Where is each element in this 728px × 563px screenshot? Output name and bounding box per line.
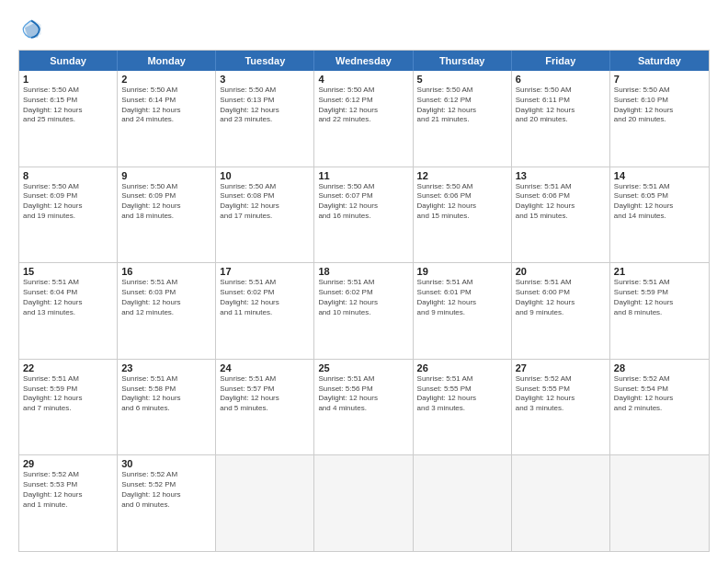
day-info: Sunrise: 5:51 AMSunset: 6:05 PMDaylight:… <box>614 182 705 222</box>
week-row-2: 8Sunrise: 5:50 AMSunset: 6:09 PMDaylight… <box>19 167 709 264</box>
empty-cell <box>610 455 709 551</box>
day-cell-27: 27Sunrise: 5:52 AMSunset: 5:55 PMDayligh… <box>512 360 610 455</box>
header-day-saturday: Saturday <box>610 51 709 71</box>
day-number: 7 <box>614 74 705 85</box>
day-cell-24: 24Sunrise: 5:51 AMSunset: 5:57 PMDayligh… <box>216 360 314 455</box>
day-number: 14 <box>614 170 705 181</box>
header-day-thursday: Thursday <box>414 51 512 71</box>
header-day-monday: Monday <box>118 51 216 71</box>
day-number: 3 <box>220 74 310 85</box>
day-cell-6: 6Sunrise: 5:50 AMSunset: 6:11 PMDaylight… <box>512 71 610 167</box>
day-info: Sunrise: 5:50 AMSunset: 6:15 PMDaylight:… <box>23 86 113 125</box>
day-cell-17: 17Sunrise: 5:51 AMSunset: 6:02 PMDayligh… <box>216 263 314 359</box>
day-number: 5 <box>417 74 507 85</box>
day-cell-4: 4Sunrise: 5:50 AMSunset: 6:12 PMDaylight… <box>314 71 413 167</box>
day-cell-15: 15Sunrise: 5:51 AMSunset: 6:04 PMDayligh… <box>19 263 118 359</box>
day-cell-20: 20Sunrise: 5:51 AMSunset: 6:00 PMDayligh… <box>512 263 610 359</box>
day-cell-3: 3Sunrise: 5:50 AMSunset: 6:13 PMDaylight… <box>216 71 314 167</box>
day-number: 21 <box>614 266 705 277</box>
day-cell-7: 7Sunrise: 5:50 AMSunset: 6:10 PMDaylight… <box>610 71 709 167</box>
day-cell-18: 18Sunrise: 5:51 AMSunset: 6:02 PMDayligh… <box>314 263 413 359</box>
empty-cell <box>314 455 413 551</box>
day-info: Sunrise: 5:50 AMSunset: 6:07 PMDaylight:… <box>318 182 408 222</box>
day-number: 18 <box>318 266 408 277</box>
empty-cell <box>414 455 512 551</box>
logo-icon <box>18 17 44 42</box>
day-number: 16 <box>121 266 211 277</box>
day-info: Sunrise: 5:51 AMSunset: 6:03 PMDaylight:… <box>121 278 211 317</box>
header-day-sunday: Sunday <box>19 51 118 71</box>
day-cell-28: 28Sunrise: 5:52 AMSunset: 5:54 PMDayligh… <box>610 360 709 455</box>
day-cell-14: 14Sunrise: 5:51 AMSunset: 6:05 PMDayligh… <box>610 167 709 263</box>
header <box>18 17 710 42</box>
day-info: Sunrise: 5:51 AMSunset: 6:04 PMDaylight:… <box>23 278 113 317</box>
day-number: 20 <box>516 266 606 277</box>
day-cell-10: 10Sunrise: 5:50 AMSunset: 6:08 PMDayligh… <box>216 167 314 263</box>
day-info: Sunrise: 5:51 AMSunset: 5:59 PMDaylight:… <box>614 278 705 317</box>
day-number: 13 <box>516 170 606 181</box>
week-row-4: 22Sunrise: 5:51 AMSunset: 5:59 PMDayligh… <box>19 360 709 456</box>
day-info: Sunrise: 5:51 AMSunset: 6:01 PMDaylight:… <box>417 278 507 317</box>
day-cell-25: 25Sunrise: 5:51 AMSunset: 5:56 PMDayligh… <box>314 360 413 455</box>
day-info: Sunrise: 5:50 AMSunset: 6:10 PMDaylight:… <box>614 86 705 125</box>
day-info: Sunrise: 5:51 AMSunset: 5:59 PMDaylight:… <box>23 374 113 414</box>
day-cell-13: 13Sunrise: 5:51 AMSunset: 6:06 PMDayligh… <box>512 167 610 263</box>
day-cell-26: 26Sunrise: 5:51 AMSunset: 5:55 PMDayligh… <box>414 360 512 455</box>
day-number: 15 <box>23 266 113 277</box>
day-info: Sunrise: 5:51 AMSunset: 6:02 PMDaylight:… <box>318 278 408 317</box>
day-cell-12: 12Sunrise: 5:50 AMSunset: 6:06 PMDayligh… <box>414 167 512 263</box>
day-cell-23: 23Sunrise: 5:51 AMSunset: 5:58 PMDayligh… <box>118 360 216 455</box>
header-day-wednesday: Wednesday <box>314 51 413 71</box>
day-number: 24 <box>220 362 310 373</box>
day-number: 2 <box>121 74 211 85</box>
week-row-3: 15Sunrise: 5:51 AMSunset: 6:04 PMDayligh… <box>19 263 709 360</box>
day-number: 4 <box>318 74 408 85</box>
day-number: 1 <box>23 74 113 85</box>
day-number: 19 <box>417 266 507 277</box>
day-info: Sunrise: 5:50 AMSunset: 6:12 PMDaylight:… <box>318 86 408 125</box>
day-number: 27 <box>516 362 606 373</box>
empty-cell <box>512 455 610 551</box>
day-info: Sunrise: 5:51 AMSunset: 5:58 PMDaylight:… <box>121 374 211 414</box>
day-info: Sunrise: 5:51 AMSunset: 6:02 PMDaylight:… <box>220 278 310 317</box>
logo <box>18 17 48 42</box>
day-number: 8 <box>23 170 113 181</box>
day-number: 29 <box>23 458 113 469</box>
day-info: Sunrise: 5:51 AMSunset: 5:56 PMDaylight:… <box>318 374 408 414</box>
week-row-5: 29Sunrise: 5:52 AMSunset: 5:53 PMDayligh… <box>19 455 709 551</box>
header-day-tuesday: Tuesday <box>216 51 314 71</box>
day-info: Sunrise: 5:52 AMSunset: 5:53 PMDaylight:… <box>23 470 113 510</box>
day-info: Sunrise: 5:51 AMSunset: 6:00 PMDaylight:… <box>516 278 606 317</box>
day-number: 25 <box>318 362 408 373</box>
calendar-body: 1Sunrise: 5:50 AMSunset: 6:15 PMDaylight… <box>19 71 709 551</box>
day-cell-29: 29Sunrise: 5:52 AMSunset: 5:53 PMDayligh… <box>19 455 118 551</box>
day-info: Sunrise: 5:50 AMSunset: 6:08 PMDaylight:… <box>220 182 310 222</box>
day-cell-16: 16Sunrise: 5:51 AMSunset: 6:03 PMDayligh… <box>118 263 216 359</box>
day-cell-11: 11Sunrise: 5:50 AMSunset: 6:07 PMDayligh… <box>314 167 413 263</box>
day-number: 6 <box>516 74 606 85</box>
day-info: Sunrise: 5:50 AMSunset: 6:12 PMDaylight:… <box>417 86 507 125</box>
day-number: 22 <box>23 362 113 373</box>
day-info: Sunrise: 5:52 AMSunset: 5:54 PMDaylight:… <box>614 374 705 414</box>
day-number: 28 <box>614 362 705 373</box>
calendar: SundayMondayTuesdayWednesdayThursdayFrid… <box>18 50 710 552</box>
day-info: Sunrise: 5:52 AMSunset: 5:55 PMDaylight:… <box>516 374 606 414</box>
day-cell-19: 19Sunrise: 5:51 AMSunset: 6:01 PMDayligh… <box>414 263 512 359</box>
day-number: 11 <box>318 170 408 181</box>
day-info: Sunrise: 5:51 AMSunset: 6:06 PMDaylight:… <box>516 182 606 222</box>
day-cell-1: 1Sunrise: 5:50 AMSunset: 6:15 PMDaylight… <box>19 71 118 167</box>
day-number: 30 <box>121 458 211 469</box>
page: SundayMondayTuesdayWednesdayThursdayFrid… <box>0 0 728 563</box>
day-number: 17 <box>220 266 310 277</box>
day-info: Sunrise: 5:51 AMSunset: 5:57 PMDaylight:… <box>220 374 310 414</box>
day-info: Sunrise: 5:52 AMSunset: 5:52 PMDaylight:… <box>121 470 211 510</box>
day-cell-5: 5Sunrise: 5:50 AMSunset: 6:12 PMDaylight… <box>414 71 512 167</box>
day-number: 9 <box>121 170 211 181</box>
day-number: 10 <box>220 170 310 181</box>
day-cell-8: 8Sunrise: 5:50 AMSunset: 6:09 PMDaylight… <box>19 167 118 263</box>
header-day-friday: Friday <box>512 51 610 71</box>
day-info: Sunrise: 5:50 AMSunset: 6:11 PMDaylight:… <box>516 86 606 125</box>
day-cell-22: 22Sunrise: 5:51 AMSunset: 5:59 PMDayligh… <box>19 360 118 455</box>
week-row-1: 1Sunrise: 5:50 AMSunset: 6:15 PMDaylight… <box>19 71 709 167</box>
day-info: Sunrise: 5:50 AMSunset: 6:06 PMDaylight:… <box>417 182 507 222</box>
